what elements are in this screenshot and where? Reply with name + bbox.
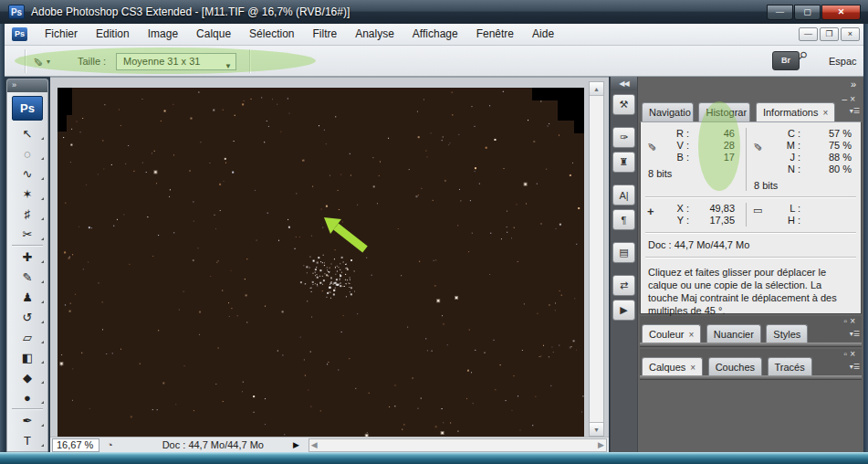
panel-menu-icon[interactable]: ▾☰: [850, 331, 860, 338]
menu-bar: Ps Fichier Edition Image Calque Sélectio…: [5, 24, 863, 46]
tab-traces[interactable]: Tracés: [768, 357, 812, 376]
status-bar: 16,67 % ◔ Doc : 44,7 Mo/44,7 Mo ▶ ◀ ▶: [50, 437, 609, 452]
scroll-left-arrow[interactable]: ◀: [311, 440, 318, 449]
minimize-button[interactable]: —: [767, 5, 793, 20]
status-flyout-arrow[interactable]: ▶: [293, 440, 299, 449]
magic-wand-tool[interactable]: ✶: [7, 184, 47, 204]
healing-brush-tool[interactable]: ✚: [7, 247, 47, 267]
menu-filtre[interactable]: Filtre: [303, 24, 346, 45]
tab-close-icon[interactable]: ×: [822, 108, 828, 118]
tab-navigation[interactable]: Navigatio: [642, 102, 694, 121]
document-area: ▲ ▼ 16,67 % ◔ Doc : 44,7 Mo/44,7 Mo ▶ ◀ …: [50, 77, 609, 452]
title-bar[interactable]: Ps Adobe Photoshop CS3 Extended - [M11.T…: [0, 0, 868, 24]
tab-histogramme[interactable]: Histograr: [698, 102, 750, 121]
vertical-scrollbar[interactable]: ▲ ▼: [589, 81, 604, 437]
menu-image[interactable]: Image: [139, 24, 187, 45]
menu-calque[interactable]: Calque: [187, 24, 240, 45]
panel-close-icon[interactable]: ×: [850, 94, 858, 104]
dock-group-gap: [611, 115, 637, 123]
position-readout: + X :49,83 Y :17,35 ▭ L : H :: [641, 203, 861, 227]
scroll-right-arrow[interactable]: ▶: [598, 440, 604, 449]
c-value: 57 %: [800, 128, 852, 140]
animation-panel-button[interactable]: ⇄: [612, 275, 635, 296]
toolbox-collapse-chevron[interactable]: »: [7, 79, 47, 92]
panel-close-icon[interactable]: ×: [850, 349, 858, 359]
eyedropper-icon: ✎: [753, 140, 762, 153]
tab-calques[interactable]: Calques×: [642, 357, 703, 376]
go-to-bridge-button[interactable]: Br: [772, 51, 800, 70]
tab-close-icon[interactable]: ×: [690, 363, 695, 373]
brushes-panel-button[interactable]: ✑: [612, 127, 635, 148]
eraser-tool[interactable]: ▱: [7, 327, 47, 347]
window-title: Adobe Photoshop CS3 Extended - [M11.TIF …: [31, 5, 350, 18]
layer-comps-panel-button[interactable]: ▤: [612, 242, 635, 263]
doc-restore-button[interactable]: ❐: [820, 27, 839, 41]
elliptical-marquee-tool-icon: ◌: [24, 147, 31, 161]
scroll-down-arrow[interactable]: ▼: [590, 422, 603, 436]
pen-tool[interactable]: ✒: [7, 410, 47, 430]
workspace-label[interactable]: Espac: [829, 56, 862, 67]
tab-label: Navigatio: [649, 107, 691, 118]
maximize-button[interactable]: ▢: [794, 5, 821, 20]
burn-tool[interactable]: ●: [7, 387, 47, 407]
tab-couches[interactable]: Couches: [708, 357, 762, 376]
annotation-icon[interactable]: ◔: [107, 439, 113, 450]
scroll-up-arrow[interactable]: ▲: [590, 82, 603, 96]
type-tool-icon: T: [24, 434, 31, 448]
panel-dock-collapse-chevron[interactable]: »: [638, 77, 863, 93]
document-canvas-image[interactable]: [58, 88, 584, 437]
options-separator: [249, 49, 250, 73]
dock-collapse-chevron[interactable]: ◀◀: [611, 77, 637, 90]
sample-size-dropdown[interactable]: Moyenne 31 x 31 ▼: [116, 53, 236, 70]
tab-close-icon[interactable]: ×: [689, 330, 695, 340]
menu-aide[interactable]: Aide: [523, 24, 563, 45]
lasso-tool[interactable]: ∿: [7, 163, 47, 184]
rgb-bit-depth: 8 bits: [648, 168, 746, 179]
paragraph-panel-button[interactable]: ¶: [612, 209, 635, 230]
close-button[interactable]: ✕: [821, 5, 861, 20]
actions-panel-button[interactable]: ▶: [612, 300, 635, 321]
panel-menu-icon[interactable]: ▾☰: [850, 108, 860, 115]
character-panel-button[interactable]: A|: [612, 185, 635, 206]
brush-tool[interactable]: ✎: [7, 267, 47, 287]
blur-tool[interactable]: ◆: [7, 367, 47, 387]
panel-minimize-icon[interactable]: –: [842, 94, 851, 104]
n-value: 80 %: [800, 163, 852, 175]
menu-selection[interactable]: Sélection: [240, 24, 303, 45]
clone-source-panel-button[interactable]: ♜: [612, 152, 635, 173]
menu-affichage[interactable]: Affichage: [403, 24, 467, 45]
tab-informations[interactable]: Informations×: [756, 102, 835, 121]
group-controls: ▫×: [844, 349, 858, 359]
magic-wand-tool-icon: ✶: [23, 187, 33, 201]
m-value: 75 %: [800, 140, 852, 152]
zoom-level-field[interactable]: 16,67 %: [52, 438, 99, 452]
type-tool[interactable]: T: [7, 430, 47, 450]
doc-close-button[interactable]: ×: [841, 27, 860, 41]
toolbox: » Ps ↖◌∿✶♯✂✚✎♟↺▱◧◆●✒T: [6, 79, 48, 452]
horizontal-scrollbar[interactable]: ◀ ▶: [309, 438, 607, 452]
lasso-tool-icon: ∿: [23, 167, 33, 181]
eraser-tool-icon: ▱: [23, 331, 32, 344]
menu-analyse[interactable]: Analyse: [346, 24, 403, 45]
clone-stamp-tool[interactable]: ♟: [7, 287, 47, 307]
slice-tool[interactable]: ✂: [7, 224, 47, 244]
eyedropper-tool-preset[interactable]: ✎ ▾: [32, 52, 70, 70]
gradient-tool[interactable]: ◧: [7, 347, 47, 367]
color-readout: ✎ R :46 V :28 B :17 8 bits ✎ C :57 % M :…: [641, 122, 861, 191]
panel-menu-icon[interactable]: ▾☰: [850, 364, 860, 371]
menu-fenetre[interactable]: Fenêtre: [467, 24, 523, 45]
tab-couleur[interactable]: Couleur×: [642, 324, 701, 343]
elliptical-marquee-tool[interactable]: ◌: [7, 143, 47, 163]
tool-presets-panel-button[interactable]: ⚒: [612, 94, 635, 115]
tab-nuancier[interactable]: Nuancier: [706, 324, 761, 343]
panel-close-icon[interactable]: ×: [850, 316, 858, 326]
menu-fichier[interactable]: Fichier: [36, 24, 87, 45]
color-tab-strip: Couleur× Nuancier Styles: [642, 324, 842, 343]
rgb-readout: ✎ R :46 V :28 B :17 8 bits: [641, 128, 747, 191]
crop-tool[interactable]: ♯: [7, 204, 47, 224]
move-tool[interactable]: ↖: [7, 123, 47, 143]
doc-minimize-button[interactable]: —: [799, 27, 818, 41]
menu-edition[interactable]: Edition: [87, 24, 139, 45]
history-brush-tool[interactable]: ↺: [7, 307, 47, 327]
tab-styles[interactable]: Styles: [766, 324, 808, 343]
